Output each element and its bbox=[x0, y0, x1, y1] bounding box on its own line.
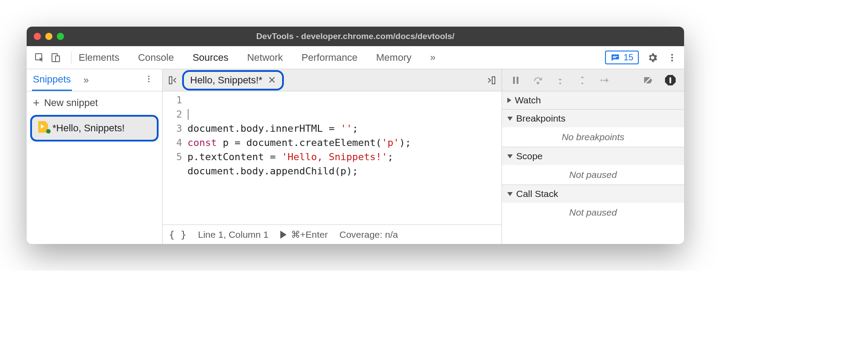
new-snippet-button[interactable]: + New snippet bbox=[27, 91, 162, 114]
window-controls bbox=[34, 33, 64, 40]
panel-tabs: Elements Console Sources Network Perform… bbox=[78, 49, 437, 66]
breakpoints-section-header[interactable]: Breakpoints bbox=[502, 110, 684, 127]
svg-point-6 bbox=[671, 56, 673, 58]
chevron-down-icon bbox=[507, 117, 513, 121]
editor-tab-label: Hello, Snippets!* bbox=[190, 75, 263, 86]
pause-icon[interactable] bbox=[510, 75, 522, 86]
message-icon bbox=[610, 53, 620, 63]
devtools-window: DevTools - developer.chrome.com/docs/dev… bbox=[27, 27, 684, 244]
step-into-icon[interactable] bbox=[554, 75, 566, 86]
svg-point-16 bbox=[559, 83, 561, 84]
breakpoints-empty: No breakpoints bbox=[502, 127, 684, 147]
svg-point-8 bbox=[148, 76, 149, 77]
svg-rect-2 bbox=[56, 56, 60, 62]
minimize-window-button[interactable] bbox=[45, 33, 52, 40]
scope-empty: Not paused bbox=[502, 165, 684, 185]
svg-point-7 bbox=[671, 59, 673, 61]
settings-icon[interactable] bbox=[647, 52, 658, 63]
tab-sources[interactable]: Sources bbox=[191, 49, 229, 66]
navigator-tab-snippets[interactable]: Snippets bbox=[32, 69, 72, 91]
editor-tabbar: Hello, Snippets!* ✕ bbox=[163, 69, 502, 91]
svg-rect-12 bbox=[492, 77, 495, 84]
navigator-sidebar: Snippets » + New snippet *Hello, Snippet… bbox=[27, 69, 163, 244]
plus-icon: + bbox=[33, 96, 40, 110]
pretty-print-icon[interactable]: { } bbox=[169, 229, 187, 240]
device-toggle-icon[interactable] bbox=[49, 51, 62, 64]
deactivate-breakpoints-icon[interactable] bbox=[642, 75, 654, 86]
code-editor[interactable]: 12345 document.body.innerHTML = ''; cons… bbox=[163, 91, 502, 224]
snippet-list-item[interactable]: *Hello, Snippets! bbox=[30, 115, 159, 142]
line-gutter: 12345 bbox=[163, 93, 187, 224]
inspect-element-icon[interactable] bbox=[33, 51, 46, 64]
zoom-window-button[interactable] bbox=[57, 33, 64, 40]
pause-on-exceptions-icon[interactable] bbox=[665, 75, 676, 86]
close-window-button[interactable] bbox=[34, 33, 41, 40]
tab-console[interactable]: Console bbox=[137, 49, 175, 66]
divider bbox=[71, 51, 72, 64]
svg-rect-13 bbox=[513, 77, 515, 84]
close-tab-icon[interactable]: ✕ bbox=[268, 75, 276, 86]
chevron-down-icon bbox=[507, 192, 513, 196]
sources-panel: Snippets » + New snippet *Hello, Snippet… bbox=[27, 69, 684, 244]
tab-performance[interactable]: Performance bbox=[301, 49, 358, 66]
navigator-overflow-icon[interactable]: » bbox=[82, 73, 91, 88]
callstack-section-header[interactable]: Call Stack bbox=[502, 185, 684, 203]
titlebar: DevTools - developer.chrome.com/docs/dev… bbox=[27, 27, 684, 46]
scroll-tabs-left-icon[interactable] bbox=[167, 74, 179, 87]
callstack-label: Call Stack bbox=[516, 189, 558, 199]
callstack-empty: Not paused bbox=[502, 203, 684, 222]
coverage-status: Coverage: n/a bbox=[339, 229, 398, 240]
svg-point-5 bbox=[671, 54, 673, 55]
svg-rect-11 bbox=[169, 77, 172, 84]
debugger-sidebar: Watch Breakpoints No breakpoints Scope N… bbox=[502, 69, 684, 244]
new-snippet-label: New snippet bbox=[44, 97, 98, 109]
issues-button[interactable]: 15 bbox=[605, 51, 639, 64]
step-out-icon[interactable] bbox=[577, 75, 588, 86]
scope-label: Scope bbox=[516, 151, 543, 161]
tab-memory[interactable]: Memory bbox=[375, 49, 412, 66]
breakpoints-label: Breakpoints bbox=[516, 113, 565, 124]
code-content: document.body.innerHTML = ''; const p = … bbox=[187, 93, 502, 224]
issues-count: 15 bbox=[624, 52, 633, 63]
chevron-right-icon bbox=[507, 98, 511, 103]
svg-point-9 bbox=[148, 78, 149, 79]
cursor-position: Line 1, Column 1 bbox=[198, 229, 269, 240]
step-icon[interactable] bbox=[599, 75, 610, 86]
svg-point-18 bbox=[601, 79, 602, 81]
tab-network[interactable]: Network bbox=[246, 49, 284, 66]
scope-section-header[interactable]: Scope bbox=[502, 147, 684, 165]
window-title: DevTools - developer.chrome.com/docs/dev… bbox=[27, 31, 684, 41]
scroll-tabs-right-icon[interactable] bbox=[485, 74, 497, 87]
tab-elements[interactable]: Elements bbox=[78, 49, 120, 66]
tabs-overflow-icon[interactable]: » bbox=[429, 49, 436, 66]
run-snippet-button[interactable]: ⌘+Enter bbox=[280, 229, 328, 240]
svg-point-17 bbox=[581, 83, 583, 84]
navigator-more-icon[interactable] bbox=[141, 73, 157, 87]
svg-rect-4 bbox=[613, 57, 616, 58]
play-icon bbox=[280, 231, 287, 239]
main-toolbar: Elements Console Sources Network Perform… bbox=[27, 46, 684, 69]
svg-rect-14 bbox=[517, 77, 518, 84]
svg-point-15 bbox=[537, 82, 539, 84]
step-over-icon[interactable] bbox=[532, 75, 544, 86]
watch-label: Watch bbox=[515, 95, 541, 106]
snippet-name: *Hello, Snippets! bbox=[52, 122, 125, 134]
editor-tab[interactable]: Hello, Snippets!* ✕ bbox=[182, 70, 284, 90]
more-options-icon[interactable] bbox=[666, 52, 678, 63]
editor-statusbar: { } Line 1, Column 1 ⌘+Enter Coverage: n… bbox=[163, 224, 502, 244]
svg-rect-3 bbox=[613, 56, 617, 57]
run-shortcut: ⌘+Enter bbox=[291, 229, 328, 240]
unsaved-indicator-icon bbox=[46, 129, 51, 134]
watch-section-header[interactable]: Watch bbox=[502, 91, 684, 109]
debugger-controls bbox=[502, 69, 684, 91]
chevron-down-icon bbox=[507, 154, 513, 158]
svg-point-10 bbox=[148, 81, 149, 82]
editor-pane: Hello, Snippets!* ✕ 12345 document.body.… bbox=[163, 69, 502, 244]
navigator-tabs: Snippets » bbox=[27, 69, 162, 91]
